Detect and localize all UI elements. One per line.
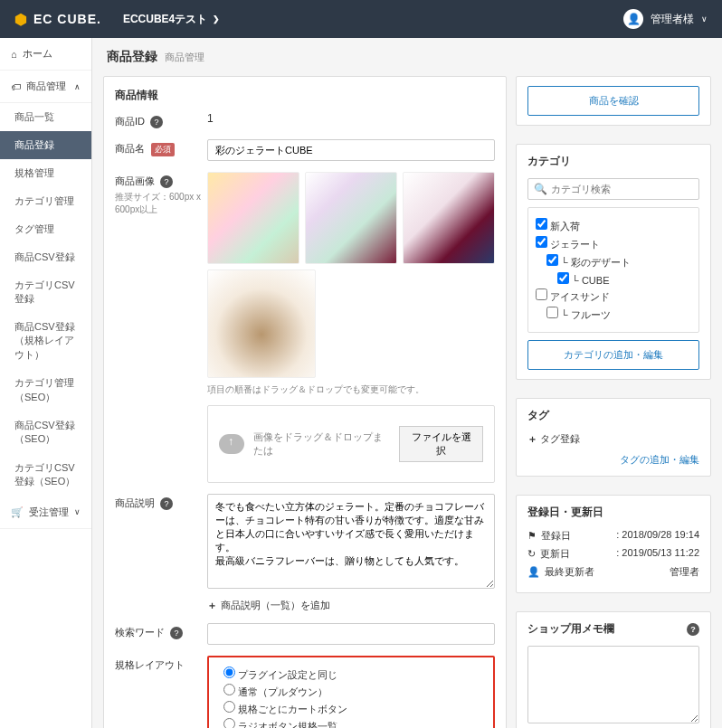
site-selector[interactable]: ECCUBE4テスト ❯: [123, 12, 220, 27]
nav-order-label: 受注管理: [29, 506, 69, 519]
radio-normal-pulldown[interactable]: 通常（プルダウン）: [223, 684, 479, 699]
image-order-hint: 項目の順番はドラッグ＆ドロップでも変更可能です。: [207, 383, 495, 396]
cat-item[interactable]: 新入荷: [536, 218, 691, 233]
tag-icon: 🏷: [11, 81, 21, 92]
label-layout: 規格レイアウト: [115, 659, 185, 670]
nav-sub-csv-category[interactable]: カテゴリCSV登録: [0, 271, 91, 313]
user-icon: 👤: [527, 566, 540, 578]
site-name: ECCUBE4テスト: [123, 12, 207, 27]
nav-sub-list[interactable]: 商品一覧: [0, 103, 91, 131]
section-tag: タグ: [527, 408, 699, 423]
nav-home-label: ホーム: [23, 47, 52, 61]
label-keyword: 検索ワード: [115, 627, 165, 638]
value-id: 1: [207, 112, 495, 128]
image-dropzone[interactable]: 画像をドラッグ＆ドロップまたは ファイルを選択: [207, 405, 495, 483]
label-name: 商品名: [115, 143, 145, 154]
cat-item[interactable]: ジェラート: [536, 236, 691, 251]
spec-layout-radios: プラグイン設定と同じ 通常（プルダウン） 規格ごとにカートボタン ラジオボタン規…: [207, 656, 495, 728]
section-product-info: 商品情報: [115, 88, 495, 103]
meta-k: 登録日: [541, 529, 571, 543]
radio-plugin-default[interactable]: プラグイン設定と同じ: [223, 667, 479, 682]
label-desc: 商品説明: [115, 497, 155, 508]
nav-sub-csv-product[interactable]: 商品CSV登録: [0, 243, 91, 271]
tag-register[interactable]: ＋ タグ登録: [527, 432, 699, 446]
plus-icon: ＋: [207, 600, 217, 610]
category-search-input[interactable]: [547, 179, 693, 199]
add-desc-label: 商品説明（一覧）を追加: [221, 600, 330, 610]
chevron-down-icon: ∨: [74, 507, 81, 516]
nav-sub-csv-product-seo[interactable]: 商品CSV登録（SEO）: [0, 411, 91, 454]
page-title: 商品登録 商品管理: [103, 49, 711, 65]
input-keyword[interactable]: [207, 623, 495, 645]
label-image-hint: 推奨サイズ：600px x 600px以上: [115, 191, 207, 216]
flag-icon: ⚑: [527, 530, 537, 542]
cat-item[interactable]: └ フルーツ: [536, 307, 691, 322]
cube-icon: ⬢: [14, 11, 28, 28]
section-category: カテゴリ: [527, 154, 699, 169]
product-image-1[interactable]: [207, 172, 299, 264]
nav-sub-category[interactable]: カテゴリ管理: [0, 187, 91, 215]
upload-icon: [219, 434, 244, 454]
chevron-down-icon: ∨: [701, 14, 708, 24]
search-icon: 🔍: [534, 183, 547, 195]
label-id: 商品ID: [115, 116, 145, 127]
help-icon[interactable]: ?: [150, 116, 163, 128]
required-badge: 必須: [151, 143, 175, 156]
nav-product-mgmt[interactable]: 🏷 商品管理 ∧: [0, 71, 91, 103]
nav-sub-spec[interactable]: 規格管理: [0, 159, 91, 187]
plus-icon: ＋: [527, 433, 537, 444]
user-menu[interactable]: 👤 管理者様 ∨: [623, 9, 708, 29]
cat-item[interactable]: └ 彩のデザート: [536, 254, 691, 269]
product-image-4[interactable]: [207, 269, 316, 378]
radio-per-spec-cart[interactable]: 規格ごとにカートボタン: [223, 701, 479, 716]
help-icon[interactable]: ?: [160, 175, 173, 188]
nav-sub-register[interactable]: 商品登録: [0, 131, 91, 159]
nav-sub-cat-seo[interactable]: カテゴリ管理（SEO）: [0, 369, 91, 411]
product-image-3[interactable]: [403, 172, 495, 264]
logo-text: EC CUBE.: [33, 12, 101, 26]
home-icon: ⌂: [11, 49, 17, 60]
section-memo: ショップ用メモ欄: [527, 621, 614, 637]
input-name[interactable]: [207, 139, 495, 161]
help-icon[interactable]: ?: [687, 623, 699, 636]
cat-item[interactable]: アイスサンド: [536, 288, 691, 304]
page-title-main: 商品登録: [107, 49, 157, 63]
meta-v: : 2019/05/13 11:22: [616, 547, 699, 561]
meta-k: 最終更新者: [545, 565, 594, 579]
nav-sub-csv-spec[interactable]: 商品CSV登録（規格レイアウト）: [0, 313, 91, 369]
radio-radio-spec-list[interactable]: ラジオボタン規格一覧: [223, 718, 479, 728]
file-select-button[interactable]: ファイルを選択: [399, 426, 483, 462]
chevron-right-icon: ❯: [213, 14, 220, 24]
cat-item[interactable]: └ CUBE: [536, 272, 691, 286]
section-meta: 登録日・更新日: [527, 505, 699, 520]
add-description-list[interactable]: ＋商品説明（一覧）を追加: [207, 599, 495, 612]
confirm-product-button[interactable]: 商品を確認: [527, 86, 699, 116]
user-name: 管理者様: [651, 12, 694, 27]
meta-v: : 2018/09/28 19:14: [616, 529, 699, 543]
cart-icon: 🛒: [11, 506, 24, 518]
help-icon[interactable]: ?: [160, 497, 173, 510]
shop-memo-textarea[interactable]: [527, 646, 699, 723]
help-icon[interactable]: ?: [170, 627, 183, 639]
refresh-icon: ↻: [527, 548, 536, 560]
meta-v: 管理者: [670, 565, 699, 579]
label-image: 商品画像: [115, 175, 155, 186]
dropzone-text: 画像をドラッグ＆ドロップまたは: [253, 430, 391, 458]
category-edit-button[interactable]: カテゴリの追加・編集: [527, 340, 699, 370]
nav-order-mgmt[interactable]: 🛒 受注管理 ∨: [0, 496, 91, 529]
meta-k: 更新日: [540, 547, 570, 561]
tag-edit-link[interactable]: タグの追加・編集: [527, 453, 699, 467]
breadcrumb: 商品管理: [165, 52, 204, 62]
nav-home[interactable]: ⌂ ホーム: [0, 38, 91, 71]
chevron-up-icon: ∧: [74, 82, 81, 91]
nav-sub-csv-cat-seo[interactable]: カテゴリCSV登録（SEO）: [0, 454, 91, 496]
nav-product-label: 商品管理: [26, 80, 66, 93]
logo[interactable]: ⬢ EC CUBE.: [14, 11, 101, 28]
textarea-description[interactable]: 冬でも食べたい立方体のジェラート。定番のチョコフレーバーは、チョコレート特有の甘…: [207, 494, 495, 589]
nav-sub-tag[interactable]: タグ管理: [0, 215, 91, 243]
category-list: 新入荷 ジェラート └ 彩のデザート └ CUBE アイスサンド └ フルーツ: [527, 207, 699, 333]
product-image-2[interactable]: [305, 172, 397, 264]
avatar-icon: 👤: [623, 9, 643, 29]
